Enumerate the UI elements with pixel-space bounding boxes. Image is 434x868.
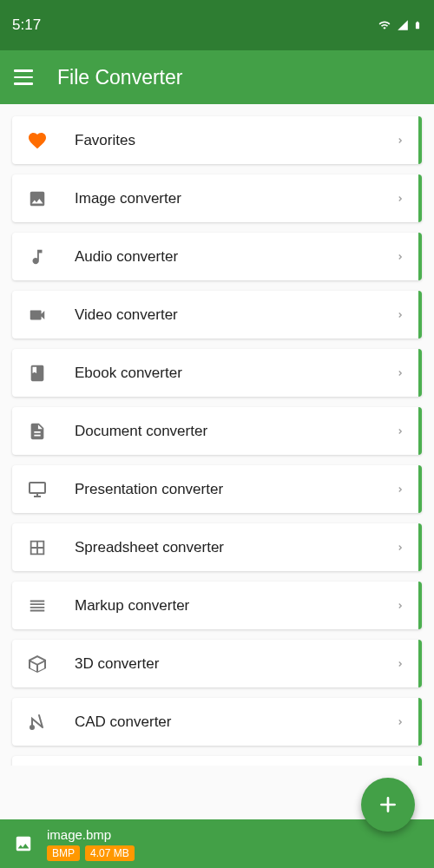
app-bar: File Converter: [0, 50, 434, 104]
chevron-right-icon: [396, 483, 404, 496]
chevron-right-icon: [396, 192, 404, 206]
category-label: CAD converter: [75, 713, 396, 731]
status-bar: 5:17: [0, 0, 434, 50]
category-label: Audio converter: [75, 248, 396, 266]
category-presentation[interactable]: Presentation converter: [12, 465, 422, 513]
category-list: Favorites Image converter Audio converte…: [0, 104, 434, 766]
cube-icon: [26, 653, 49, 675]
audio-icon: [26, 246, 49, 268]
heart-icon: [26, 129, 49, 152]
category-audio[interactable]: Audio converter: [12, 233, 422, 280]
category-label: Presentation converter: [75, 481, 396, 498]
category-label: Document converter: [75, 423, 396, 440]
svg-rect-0: [30, 483, 45, 493]
category-favorites[interactable]: Favorites: [12, 116, 422, 164]
queued-file-bar[interactable]: image.bmp BMP 4.07 MB: [0, 819, 434, 868]
document-icon: [26, 420, 49, 443]
battery-icon: [413, 18, 422, 32]
status-time: 5:17: [12, 16, 41, 34]
category-markup[interactable]: Markup converter: [12, 582, 422, 629]
category-3d[interactable]: 3D converter: [12, 640, 422, 687]
file-info: image.bmp BMP 4.07 MB: [47, 827, 135, 861]
plus-icon: [377, 793, 399, 816]
category-label: Markup converter: [75, 597, 396, 615]
category-label: Video converter: [75, 306, 396, 324]
signal-icon: [396, 19, 410, 31]
chevron-right-icon: [396, 541, 404, 555]
category-image[interactable]: Image converter: [12, 174, 422, 222]
add-file-fab[interactable]: [361, 778, 415, 832]
video-icon: [26, 304, 49, 326]
chevron-right-icon: [396, 308, 404, 322]
category-document[interactable]: Document converter: [12, 407, 422, 455]
category-cad[interactable]: CAD converter: [12, 698, 422, 746]
chevron-right-icon: [396, 599, 404, 613]
cad-icon: [26, 711, 49, 733]
chevron-right-icon: [396, 715, 404, 729]
category-spreadsheet[interactable]: Spreadsheet converter: [12, 523, 422, 571]
file-name: image.bmp: [47, 827, 135, 842]
spreadsheet-icon: [26, 536, 49, 559]
app-title: File Converter: [57, 66, 182, 89]
chevron-right-icon: [396, 366, 404, 380]
file-image-icon: [12, 832, 35, 855]
category-label: 3D converter: [75, 655, 396, 673]
category-label: Spreadsheet converter: [75, 539, 396, 556]
category-label: Ebook converter: [75, 365, 396, 382]
file-meta: BMP 4.07 MB: [47, 845, 135, 861]
category-gerber[interactable]: Gerber converter: [12, 756, 422, 766]
file-size-badge: 4.07 MB: [85, 845, 135, 861]
chevron-right-icon: [396, 134, 404, 148]
file-format-badge: BMP: [47, 845, 80, 861]
chevron-right-icon: [396, 250, 404, 264]
chevron-right-icon: [396, 657, 404, 671]
image-icon: [26, 187, 49, 210]
category-label: Favorites: [75, 132, 396, 149]
chevron-right-icon: [396, 424, 404, 438]
menu-icon[interactable]: [14, 69, 33, 85]
presentation-icon: [26, 478, 49, 501]
category-label: Image converter: [75, 190, 396, 207]
book-icon: [26, 362, 49, 385]
wifi-icon: [377, 19, 392, 31]
category-ebook[interactable]: Ebook converter: [12, 349, 422, 397]
markup-icon: [26, 595, 49, 617]
status-icons: [377, 18, 422, 32]
category-video[interactable]: Video converter: [12, 291, 422, 339]
